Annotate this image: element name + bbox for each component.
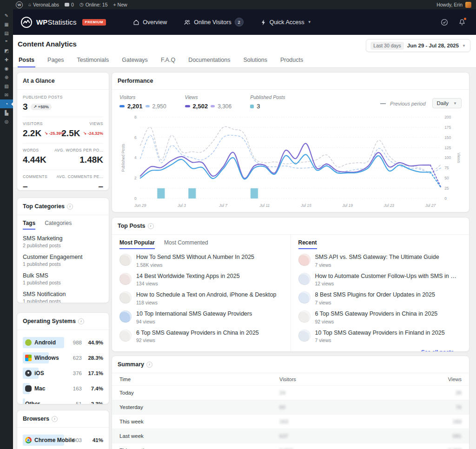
info-icon[interactable] [52,416,58,422]
os-row[interactable]: Other 51 2.3% [23,398,103,404]
os-percent: 7.4% [82,386,103,391]
tab-most-commented[interactable]: Most Commented [164,239,208,249]
table-row[interactable]: Last week 637 581 [112,429,469,443]
sidebar-item-icon: ❞ [5,40,7,45]
content-tab[interactable]: Posts [18,54,35,67]
post-thumbnail [298,330,311,342]
visitors-value: 2.2K [23,128,41,139]
online-menu[interactable]: ◷ Online: 15 [79,2,108,7]
sidebar-item-users[interactable]: ◉ [0,64,13,73]
nav-overview[interactable]: Overview [133,19,167,26]
os-row[interactable]: iOS 376 17.1% [23,368,103,379]
avatar[interactable] [465,2,471,8]
sidebar-item-tools[interactable]: ⊕ [0,73,13,82]
content-tab[interactable]: Products [279,54,304,67]
browser-percent: 41% [82,437,103,443]
category-item[interactable]: SMS Notification 1 published posts [23,291,103,303]
nav-quick-access[interactable]: Quick Access ▼ [260,19,311,26]
svg-text:0: 0 [134,196,137,201]
category-item[interactable]: SMS Marketing 2 published posts [23,235,103,248]
check-circle-icon[interactable] [441,19,448,26]
post-item[interactable]: 10 Top SMS Gateway Providers in Finland … [298,330,462,343]
content-tab[interactable]: Gateways [121,54,149,67]
content-tab[interactable]: Pages [46,54,65,67]
avg-words-label: Avg. Words per Po... [54,148,103,152]
notifications-bell-icon[interactable] [458,19,466,26]
sidebar-item-statistics[interactable]: ◔ [0,99,13,108]
table-row[interactable]: This week 163 183 [112,414,469,429]
info-icon[interactable] [148,223,154,229]
content-tab[interactable]: Documentations [187,54,231,67]
info-icon[interactable] [67,204,73,210]
nav-online-visitors[interactable]: Online Visitors 2 [184,18,243,26]
category-item[interactable]: Bulk SMS 1 published posts [23,272,103,285]
sidebar-item-mail[interactable]: ✉ [0,91,13,99]
top-posts-card: Top Posts Most Popular Most Commented [112,217,469,352]
sidebar-item-posts[interactable]: ✎ [0,11,13,20]
post-item[interactable]: 6 Top SMS Gateway Providers in China in … [298,310,462,324]
browser-row[interactable]: Chrome Mobile 903 41% [23,435,103,446]
table-row[interactable]: Today 24 26 [112,385,469,400]
os-row[interactable]: Windows 623 28.3% [23,352,103,363]
svg-text:Jul 3: Jul 3 [177,203,186,208]
post-item[interactable]: SMS API vs. SMS Gateway: The Ultimate Gu… [298,254,462,268]
sidebar-item-plugins[interactable]: ✚ [0,55,13,64]
content-tabs: Posts Pages Testimonials Gateways F.A.Q … [18,54,304,67]
date-range-picker[interactable]: Last 30 days Jun 29 - Jul 28, 2025 ▼ [366,39,470,52]
os-percent: 28.3% [82,355,103,361]
new-content-menu[interactable]: + New [113,2,127,7]
wp-statistics-logo[interactable]: WPStatistics PREMIUM [20,16,106,28]
sidebar-item-icon: ✚ [5,57,8,62]
post-item[interactable]: 8 Best SMS Plugins for Order Updates in … [298,291,462,305]
post-item[interactable]: 6 Top SMS Gateway Providers in China in … [119,330,283,343]
ios-icon [25,370,32,376]
post-thumbnail [119,291,132,304]
online-visitors-badge: 2 [235,18,244,26]
tab-recent[interactable]: Recent [298,239,317,249]
post-item[interactable]: 10 Top International SMS Gateway Provide… [119,310,283,324]
comments-value: – [23,181,28,191]
tab-most-popular[interactable]: Most Popular [119,239,155,249]
interval-select[interactable]: Daily ▼ [432,98,462,108]
post-item[interactable]: How to Schedule a Text on Android, iPhon… [119,291,283,305]
category-item[interactable]: Customer Engagement 1 published posts [23,254,103,267]
os-row[interactable]: Mac 163 7.4% [23,383,103,394]
table-row[interactable]: This month 2,362 2,369 [112,443,469,449]
post-item[interactable]: How to Automate Customer Follow-Ups with… [298,273,462,287]
sidebar-item-icon: ◉ [5,66,9,71]
svg-text:Jul 11: Jul 11 [259,203,270,208]
sidebar-item-settings[interactable]: ▧ [0,82,13,91]
summary-card: Summary Time Visitors Views Today 24 26 [112,356,469,449]
words-label: Words [23,148,46,152]
os-count: 623 [64,355,82,361]
howdy-text[interactable]: Howdy, Erin [436,2,463,7]
sidebar-item-comments[interactable]: ❞ [0,38,13,46]
sidebar-item-pages[interactable]: ▤ [0,29,13,38]
content-tab[interactable]: F.A.Q [160,54,176,67]
post-item[interactable]: 14 Best Worldwide Texting Apps in 2025 1… [119,273,283,287]
post-item[interactable]: How To Send SMS Without A Number In 2025… [119,254,283,268]
info-icon[interactable] [78,318,84,324]
site-name-menu[interactable]: ⌂ VeronaLabs [28,2,59,7]
tab-tags[interactable]: Tags [23,220,35,230]
sidebar-item-media[interactable]: ▦ [0,20,13,29]
tab-categories[interactable]: Categories [45,220,72,230]
sidebar-item-charts[interactable]: ▙ [0,108,13,117]
content-tab[interactable]: Testimonials [76,54,110,67]
svg-text:4: 4 [134,155,137,160]
online-users-icon: ◷ [79,2,84,7]
os-row[interactable]: Android 988 44.9% [23,337,103,348]
table-row[interactable]: Yesterday 60 76 [112,400,469,414]
see-all-posts-link[interactable]: See all posts → [298,348,462,352]
content-tab[interactable]: Solutions [242,54,268,67]
performance-chart[interactable]: 024680255075100125150175200Jun 29Jul 3Ju… [119,112,462,211]
sidebar-item-appearance[interactable]: ◩ [0,46,13,55]
col-visitors: Visitors [279,376,420,382]
wp-logo-menu[interactable]: W [16,1,23,8]
windows-icon [25,355,32,361]
previous-period-toggle[interactable]: Previous period [380,99,426,107]
visitors-current-marker [119,105,125,107]
sidebar-item-wp-sms[interactable]: ◎ [0,117,13,126]
comments-menu[interactable]: 0 [65,2,74,7]
info-icon[interactable] [146,362,152,368]
